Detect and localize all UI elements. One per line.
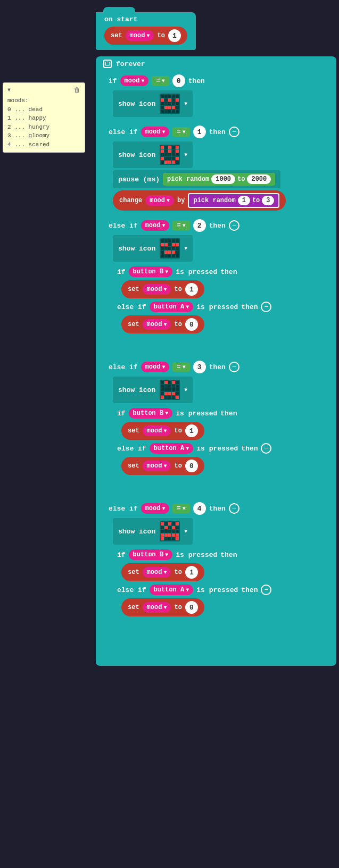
outer-plus-btn[interactable]: + <box>109 642 121 655</box>
else-if-block-3: else if mood ▼ = ▼ 3 then − <box>104 356 336 497</box>
show-icon-1-dropdown[interactable]: ▼ <box>184 152 187 158</box>
show-icon-0[interactable]: show icon ▼ <box>113 90 193 117</box>
if-0-mood-pill[interactable]: mood ▼ <box>120 76 149 86</box>
button-a-pill-4[interactable]: button A ▼ <box>150 585 194 595</box>
show-icon-2-dropdown[interactable]: ▼ <box>184 246 187 252</box>
else-if-3-mood[interactable]: mood ▼ <box>141 362 170 372</box>
comment-trash-icon[interactable]: 🗑 <box>74 86 80 94</box>
else-if-3-then: then <box>209 363 226 371</box>
set-mood-val-1[interactable]: 1 <box>185 283 198 296</box>
comment-arrow[interactable]: ▼ <box>7 87 11 93</box>
else-if-3-eq[interactable]: = ▼ <box>172 362 189 372</box>
change-mood-pill[interactable]: mood ▼ <box>145 195 174 206</box>
else-if-3-label: else if <box>109 363 138 371</box>
pick-random-2[interactable]: pick random 1 to 3 <box>188 193 279 208</box>
pr2-from[interactable]: 1 <box>238 196 250 205</box>
value-1[interactable]: 1 <box>168 29 181 42</box>
pr-to-1[interactable]: 2000 <box>247 174 271 184</box>
nested-if-2-b-body: set mood ▼ to 1 <box>121 279 336 299</box>
pause-block[interactable]: pause (ms) pick random 1000 to 2000 <box>113 170 280 188</box>
show-icon-2[interactable]: show icon ▼ <box>113 235 193 262</box>
plus-btn-3[interactable]: + <box>117 478 130 491</box>
show-icon-3[interactable]: show icon ▼ <box>113 377 193 403</box>
if-block-0: if mood ▼ = ▼ 0 then <box>104 70 336 120</box>
pick-random-1[interactable]: pick random 1000 to 2000 <box>163 173 275 186</box>
else-if-4-mood[interactable]: mood ▼ <box>141 503 170 514</box>
show-icon-3-dropdown[interactable]: ▼ <box>184 387 187 393</box>
comment-header: ▼ 🗑 <box>7 86 80 94</box>
plus-btn-2[interactable]: + <box>117 337 130 349</box>
nested-if-4-b-body: set mood ▼ to 1 <box>121 562 336 582</box>
else-if-4-then: then <box>209 505 226 513</box>
else-if-2-eq[interactable]: = ▼ <box>172 221 189 230</box>
forever-container: forever if mood ▼ = ▼ <box>96 56 336 666</box>
nested-else-if-3-minus[interactable]: − <box>261 443 271 454</box>
else-if-block-1: else if mood ▼ = ▼ 1 then − <box>104 121 336 214</box>
else-if-2-then: then <box>209 222 226 230</box>
else-if-2-minus[interactable]: − <box>229 220 239 231</box>
comment-line-0: moods: <box>7 96 80 105</box>
forever-block: forever if mood ▼ = ▼ <box>96 56 336 666</box>
else-if-4-val[interactable]: 4 <box>193 502 206 515</box>
else-if-1-eq[interactable]: = ▼ <box>172 127 189 137</box>
show-icon-4-label: show icon <box>118 528 155 536</box>
icon-grid-3 <box>160 380 180 400</box>
else-if-4-body: show icon ▼ <box>113 517 336 635</box>
set-mood-1-3b[interactable]: set mood ▼ to 1 <box>121 422 204 440</box>
pause-label: pause (ms) <box>118 176 160 183</box>
pr-from-1[interactable]: 1000 <box>211 174 235 184</box>
dot <box>161 95 164 98</box>
set-mood-0-a2[interactable]: set mood ▼ to 0 <box>121 315 204 333</box>
else-if-1-mood-pill[interactable]: mood ▼ <box>141 127 170 137</box>
else-if-4-label: else if <box>109 505 138 513</box>
button-b-pill-3[interactable]: button B ▼ <box>129 408 173 419</box>
change-label: change <box>119 197 142 204</box>
pr2-to[interactable]: 3 <box>262 196 274 205</box>
else-if-4-minus[interactable]: − <box>229 503 239 514</box>
workspace: on start set mood ▼ to 1 ▼ 🗑 moods: <box>0 0 339 671</box>
else-if-1-val[interactable]: 1 <box>193 126 206 138</box>
show-icon-0-dropdown[interactable]: ▼ <box>184 101 187 107</box>
set-mood-1-4b[interactable]: set mood ▼ to 1 <box>121 563 204 581</box>
icon-grid-0 <box>160 94 180 114</box>
else-if-2-val[interactable]: 2 <box>193 219 206 232</box>
mood-var-pill[interactable]: mood ▼ <box>126 30 154 41</box>
else-if-3-header: else if mood ▼ = ▼ 3 then − <box>104 358 336 375</box>
mood-dropdown-arrow[interactable]: ▼ <box>146 33 150 39</box>
button-a-pill-2[interactable]: button A ▼ <box>150 302 194 312</box>
change-mood-block[interactable]: change mood ▼ by pick random 1 to 3 <box>113 190 286 211</box>
nested-if-2-button-b: if button B ▼ is pressed then set <box>113 264 336 352</box>
set-mood-val-0-a2[interactable]: 0 <box>185 318 198 331</box>
else-if-3-val[interactable]: 3 <box>193 361 206 373</box>
comment-line-2: 1 ... happy <box>7 114 80 123</box>
else-if-1-header: else if mood ▼ = ▼ 1 then − <box>104 123 336 140</box>
set-mood-0-4a[interactable]: set mood ▼ to 0 <box>121 598 204 616</box>
nested-else-if-4-minus[interactable]: − <box>261 585 271 595</box>
button-a-pill-3[interactable]: button A ▼ <box>150 443 194 454</box>
if-0-eq-block[interactable]: = ▼ <box>152 76 169 86</box>
show-icon-4-dropdown[interactable]: ▼ <box>184 529 187 535</box>
else-if-4-header: else if mood ▼ = ▼ 4 then − <box>104 500 336 517</box>
set-mood-0-3a[interactable]: set mood ▼ to 0 <box>121 457 204 475</box>
plus-container-4: + <box>113 617 336 635</box>
nested-if-4-b-header: if button B ▼ is pressed then <box>113 547 336 562</box>
else-if-3-minus[interactable]: − <box>229 362 239 372</box>
nested-else-if-2-minus[interactable]: − <box>261 302 271 312</box>
else-if-1-minus[interactable]: − <box>229 127 239 137</box>
set-mood-block[interactable]: set mood ▼ to 1 <box>104 27 187 45</box>
nested-if-2-b-header: if button B ▼ is pressed then <box>113 264 336 279</box>
if-0-val[interactable]: 0 <box>172 74 185 87</box>
button-b-pill[interactable]: button B ▼ <box>129 266 173 277</box>
show-icon-4[interactable]: show icon ▼ <box>113 518 193 545</box>
button-b-pill-4[interactable]: button B ▼ <box>129 549 173 560</box>
set-mood-1-a[interactable]: set mood ▼ to 1 <box>121 280 204 298</box>
plus-btn-4[interactable]: + <box>117 620 130 632</box>
show-icon-2-label: show icon <box>118 245 155 253</box>
icon-grid-4 <box>160 521 180 541</box>
show-icon-1[interactable]: show icon ▼ <box>113 141 193 168</box>
set-label: set <box>111 32 122 39</box>
else-if-4-eq[interactable]: = ▼ <box>172 504 189 513</box>
nested-else-if-4-a-body: set mood ▼ to 0 <box>121 597 336 617</box>
forever-icon <box>103 60 112 68</box>
else-if-2-mood[interactable]: mood ▼ <box>141 220 170 231</box>
